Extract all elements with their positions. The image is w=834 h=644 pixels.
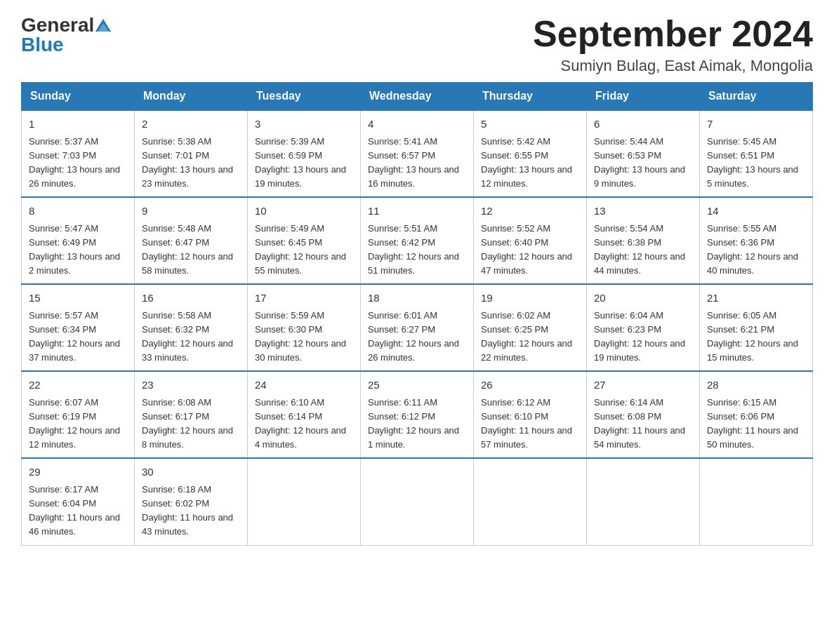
calendar-cell: 24 Sunrise: 6:10 AMSunset: 6:14 PMDaylig… [248,371,361,458]
day-number: 9 [142,203,240,220]
day-info: Sunrise: 6:04 AMSunset: 6:23 PMDaylight:… [594,310,685,363]
day-number: 27 [594,377,692,394]
day-info: Sunrise: 5:45 AMSunset: 6:51 PMDaylight:… [707,136,798,189]
day-info: Sunrise: 5:54 AMSunset: 6:38 PMDaylight:… [594,223,685,276]
day-number: 17 [255,290,353,307]
day-info: Sunrise: 5:48 AMSunset: 6:47 PMDaylight:… [142,223,233,276]
calendar-cell: 28 Sunrise: 6:15 AMSunset: 6:06 PMDaylig… [700,371,813,458]
day-info: Sunrise: 6:02 AMSunset: 6:25 PMDaylight:… [481,310,572,363]
calendar-cell: 15 Sunrise: 5:57 AMSunset: 6:34 PMDaylig… [22,284,135,371]
header-saturday: Saturday [700,83,813,111]
calendar-cell: 22 Sunrise: 6:07 AMSunset: 6:19 PMDaylig… [22,371,135,458]
day-number: 18 [368,290,466,307]
day-number: 5 [481,116,579,133]
calendar-table: Sunday Monday Tuesday Wednesday Thursday… [21,82,813,545]
week-row-4: 22 Sunrise: 6:07 AMSunset: 6:19 PMDaylig… [22,371,813,458]
calendar-cell: 14 Sunrise: 5:55 AMSunset: 6:36 PMDaylig… [700,197,813,284]
day-number: 29 [29,464,127,481]
week-row-2: 8 Sunrise: 5:47 AMSunset: 6:49 PMDayligh… [22,197,813,284]
day-info: Sunrise: 5:51 AMSunset: 6:42 PMDaylight:… [368,223,459,276]
header-thursday: Thursday [474,83,587,111]
calendar-cell: 9 Sunrise: 5:48 AMSunset: 6:47 PMDayligh… [135,197,248,284]
calendar-cell: 5 Sunrise: 5:42 AMSunset: 6:55 PMDayligh… [474,110,587,197]
day-number: 15 [29,290,127,307]
calendar-cell: 23 Sunrise: 6:08 AMSunset: 6:17 PMDaylig… [135,371,248,458]
day-info: Sunrise: 6:17 AMSunset: 6:04 PMDaylight:… [29,484,120,537]
day-number: 4 [368,116,466,133]
logo: General Blue [21,14,111,56]
calendar-cell: 16 Sunrise: 5:58 AMSunset: 6:32 PMDaylig… [135,284,248,371]
day-info: Sunrise: 5:57 AMSunset: 6:34 PMDaylight:… [29,310,120,363]
calendar-cell [587,458,700,545]
header-monday: Monday [135,83,248,111]
calendar-cell: 6 Sunrise: 5:44 AMSunset: 6:53 PMDayligh… [587,110,700,197]
day-info: Sunrise: 5:55 AMSunset: 6:36 PMDaylight:… [707,223,798,276]
day-info: Sunrise: 5:41 AMSunset: 6:57 PMDaylight:… [368,136,459,189]
day-number: 16 [142,290,240,307]
weekday-header-row: Sunday Monday Tuesday Wednesday Thursday… [22,83,813,111]
day-number: 26 [481,377,579,394]
header-friday: Friday [587,83,700,111]
calendar-cell: 4 Sunrise: 5:41 AMSunset: 6:57 PMDayligh… [361,110,474,197]
logo-icon [95,18,111,33]
calendar-cell: 7 Sunrise: 5:45 AMSunset: 6:51 PMDayligh… [700,110,813,197]
day-info: Sunrise: 6:07 AMSunset: 6:19 PMDaylight:… [29,397,120,450]
day-info: Sunrise: 5:49 AMSunset: 6:45 PMDaylight:… [255,223,346,276]
day-number: 11 [368,203,466,220]
calendar-cell [474,458,587,545]
day-number: 13 [594,203,692,220]
location-subtitle: Sumiyn Bulag, East Aimak, Mongolia [533,57,813,75]
day-info: Sunrise: 5:38 AMSunset: 7:01 PMDaylight:… [142,136,233,189]
calendar-cell: 30 Sunrise: 6:18 AMSunset: 6:02 PMDaylig… [135,458,248,545]
calendar-cell: 12 Sunrise: 5:52 AMSunset: 6:40 PMDaylig… [474,197,587,284]
day-info: Sunrise: 5:59 AMSunset: 6:30 PMDaylight:… [255,310,346,363]
day-info: Sunrise: 6:10 AMSunset: 6:14 PMDaylight:… [255,397,346,450]
title-area: September 2024 Sumiyn Bulag, East Aimak,… [533,14,813,75]
day-info: Sunrise: 5:37 AMSunset: 7:03 PMDaylight:… [29,136,120,189]
day-info: Sunrise: 6:15 AMSunset: 6:06 PMDaylight:… [707,397,798,450]
day-number: 22 [29,377,127,394]
calendar-cell: 19 Sunrise: 6:02 AMSunset: 6:25 PMDaylig… [474,284,587,371]
day-info: Sunrise: 5:39 AMSunset: 6:59 PMDaylight:… [255,136,346,189]
day-info: Sunrise: 6:11 AMSunset: 6:12 PMDaylight:… [368,397,459,450]
day-info: Sunrise: 5:52 AMSunset: 6:40 PMDaylight:… [481,223,572,276]
day-number: 6 [594,116,692,133]
week-row-3: 15 Sunrise: 5:57 AMSunset: 6:34 PMDaylig… [22,284,813,371]
calendar-cell [700,458,813,545]
calendar-cell: 18 Sunrise: 6:01 AMSunset: 6:27 PMDaylig… [361,284,474,371]
calendar-cell: 25 Sunrise: 6:11 AMSunset: 6:12 PMDaylig… [361,371,474,458]
day-number: 19 [481,290,579,307]
calendar-cell: 1 Sunrise: 5:37 AMSunset: 7:03 PMDayligh… [22,110,135,197]
day-number: 24 [255,377,353,394]
header-tuesday: Tuesday [248,83,361,111]
day-number: 8 [29,203,127,220]
month-title: September 2024 [533,14,813,54]
day-number: 7 [707,116,805,133]
day-info: Sunrise: 6:18 AMSunset: 6:02 PMDaylight:… [142,484,233,537]
day-number: 14 [707,203,805,220]
day-info: Sunrise: 6:01 AMSunset: 6:27 PMDaylight:… [368,310,459,363]
calendar-cell: 8 Sunrise: 5:47 AMSunset: 6:49 PMDayligh… [22,197,135,284]
calendar-cell: 3 Sunrise: 5:39 AMSunset: 6:59 PMDayligh… [248,110,361,197]
calendar-cell: 17 Sunrise: 5:59 AMSunset: 6:30 PMDaylig… [248,284,361,371]
day-info: Sunrise: 6:05 AMSunset: 6:21 PMDaylight:… [707,310,798,363]
day-number: 3 [255,116,353,133]
day-info: Sunrise: 5:42 AMSunset: 6:55 PMDaylight:… [481,136,572,189]
header: General Blue September 2024 Sumiyn Bulag… [21,14,813,75]
day-info: Sunrise: 6:12 AMSunset: 6:10 PMDaylight:… [481,397,572,450]
day-number: 23 [142,377,240,394]
calendar-cell: 2 Sunrise: 5:38 AMSunset: 7:01 PMDayligh… [135,110,248,197]
day-number: 2 [142,116,240,133]
day-number: 30 [142,464,240,481]
day-number: 1 [29,116,127,133]
day-number: 28 [707,377,805,394]
calendar-cell: 29 Sunrise: 6:17 AMSunset: 6:04 PMDaylig… [22,458,135,545]
day-info: Sunrise: 6:14 AMSunset: 6:08 PMDaylight:… [594,397,685,450]
calendar-cell: 13 Sunrise: 5:54 AMSunset: 6:38 PMDaylig… [587,197,700,284]
week-row-1: 1 Sunrise: 5:37 AMSunset: 7:03 PMDayligh… [22,110,813,197]
day-info: Sunrise: 5:47 AMSunset: 6:49 PMDaylight:… [29,223,120,276]
day-number: 12 [481,203,579,220]
calendar-cell [248,458,361,545]
header-sunday: Sunday [22,83,135,111]
calendar-cell: 26 Sunrise: 6:12 AMSunset: 6:10 PMDaylig… [474,371,587,458]
